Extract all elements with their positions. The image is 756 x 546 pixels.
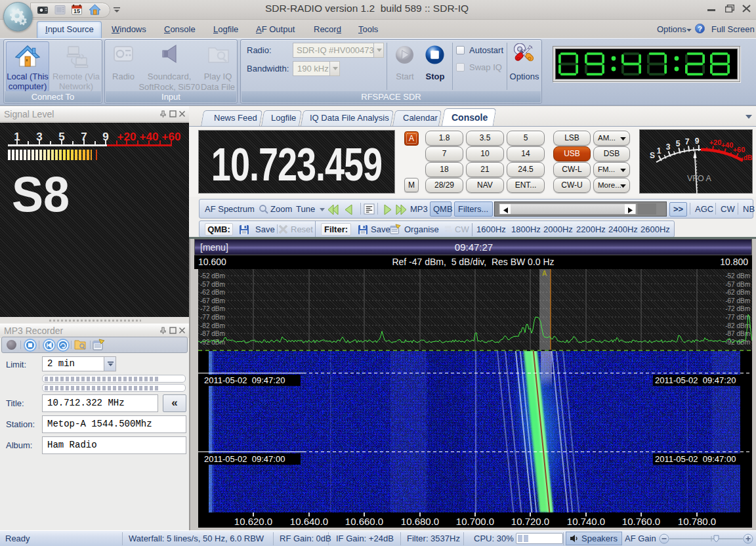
svg-text:+40: +40 xyxy=(721,141,734,149)
svg-text:7: 7 xyxy=(685,137,690,146)
svg-text:-62 dBm: -62 dBm xyxy=(200,289,225,296)
svg-text:VFO A: VFO A xyxy=(687,174,711,183)
svg-text:5: 5 xyxy=(676,139,681,148)
svg-text:S: S xyxy=(650,151,655,160)
svg-text:1: 1 xyxy=(657,146,662,156)
svg-text:9: 9 xyxy=(695,136,700,146)
svg-text:-67 dBm: -67 dBm xyxy=(200,297,225,304)
svg-text:15: 15 xyxy=(74,8,80,14)
svg-text:-77 dBm: -77 dBm xyxy=(725,314,750,321)
svg-text:-77 dBm: -77 dBm xyxy=(200,314,225,321)
svg-text:-82 dBm: -82 dBm xyxy=(725,322,750,329)
svg-text:3: 3 xyxy=(666,142,671,152)
svg-text:-62 dBm: -62 dBm xyxy=(725,289,750,296)
svg-text:+60: +60 xyxy=(733,146,746,154)
svg-text:-72 dBm: -72 dBm xyxy=(725,305,750,312)
svg-text:dB: dB xyxy=(744,154,752,161)
svg-text:-87 dBm: -87 dBm xyxy=(200,330,225,337)
svg-text:A: A xyxy=(542,270,547,277)
svg-text:-67 dBm: -67 dBm xyxy=(725,297,750,304)
svg-text:-52 dBm: -52 dBm xyxy=(725,272,750,280)
svg-text:-57 dBm: -57 dBm xyxy=(725,281,750,288)
svg-text:-82 dBm: -82 dBm xyxy=(200,322,225,329)
svg-text:+20: +20 xyxy=(709,138,722,146)
svg-text:-72 dBm: -72 dBm xyxy=(200,305,225,312)
svg-text:-52 dBm: -52 dBm xyxy=(200,272,225,280)
svg-text:-57 dBm: -57 dBm xyxy=(200,281,225,288)
